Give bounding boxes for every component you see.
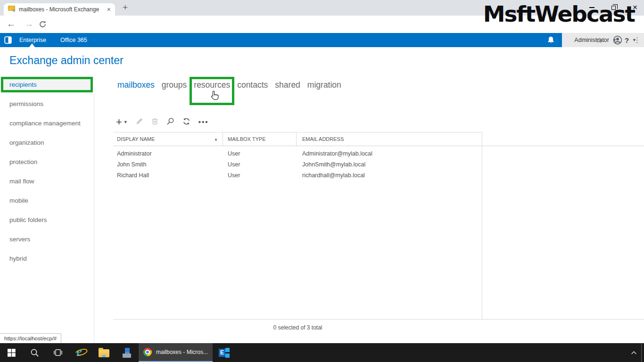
profile-avatar-icon[interactable] — [613, 35, 622, 47]
tab-close-icon[interactable]: × — [107, 6, 111, 13]
help-menu[interactable]: ? — [625, 36, 629, 44]
window-minimize-button[interactable] — [589, 7, 594, 8]
exchange-envelope-favicon — [8, 5, 16, 14]
taskbar-chrome-window[interactable]: mailboxes - Micros... — [139, 343, 213, 362]
office-logo-icon[interactable] — [4, 36, 12, 44]
tenant-tab-office365[interactable]: Office 365 — [60, 37, 87, 43]
tab-contacts[interactable]: contacts — [237, 80, 268, 90]
sidebar-item-public-folders[interactable]: public folders — [0, 210, 94, 230]
start-button-icon[interactable] — [0, 343, 23, 362]
plus-icon: + — [116, 117, 122, 127]
more-options-icon[interactable]: ••• — [198, 120, 209, 124]
user-menu[interactable]: Administrator — [574, 37, 609, 43]
bookmark-star-icon[interactable]: ☆ — [596, 36, 603, 45]
taskbar: e mailboxes - Micros... E — [0, 343, 644, 362]
column-header-mailbox-type[interactable]: MAILBOX TYPE — [223, 132, 297, 146]
tab-migration[interactable]: migration — [307, 80, 341, 90]
sidebar-divider — [94, 93, 94, 343]
sidebar-item-mail-flow[interactable]: mail flow — [0, 172, 94, 191]
page-title: Exchange admin center — [9, 54, 124, 67]
screen: mailboxes - Microsoft Exchange × + × Msf… — [0, 0, 644, 362]
chrome-menu-icon[interactable]: ⋮ — [634, 36, 641, 44]
refresh-icon[interactable] — [182, 117, 190, 127]
server-manager-icon[interactable] — [116, 343, 139, 362]
chevron-down-icon: ▼ — [124, 120, 128, 124]
tenant-tab-enterprise[interactable]: Enterprise — [19, 37, 46, 43]
column-header-email-address[interactable]: EMAIL ADDRESS — [297, 132, 482, 146]
tab-mailboxes[interactable]: mailboxes — [117, 80, 155, 90]
sidebar-item-permissions[interactable]: permissions — [0, 94, 94, 114]
new-tab-button[interactable]: + — [123, 2, 128, 13]
tab-shared[interactable]: shared — [275, 80, 300, 90]
show-hidden-icons-chevron[interactable] — [626, 343, 641, 362]
sidebar: recipients permissions compliance manage… — [0, 75, 94, 268]
browser-toolbar: ← → Not secure localhost/ecp/ ☆ ⋮ — [0, 16, 644, 33]
table-row[interactable]: John Smith User JohnSmith@mylab.local — [113, 159, 482, 170]
status-bar-link-preview: https://localhost/ecp/# — [0, 333, 61, 343]
sidebar-item-servers[interactable]: servers — [0, 230, 94, 249]
list-toolbar: + ▼ ••• — [116, 116, 209, 128]
forward-icon[interactable]: → — [25, 19, 33, 29]
sidebar-item-hybrid[interactable]: hybrid — [0, 249, 94, 268]
sidebar-item-mobile[interactable]: mobile — [0, 191, 94, 210]
back-icon[interactable]: ← — [7, 19, 16, 29]
sidebar-item-compliance-management[interactable]: compliance management — [0, 114, 94, 133]
delete-icon[interactable] — [151, 117, 158, 127]
table-header-divider — [113, 146, 644, 146]
table-header: DISPLAY NAME ▲ MAILBOX TYPE EMAIL ADDRES… — [113, 132, 482, 146]
selection-status: 0 selected of 3 total — [113, 324, 482, 331]
task-view-icon[interactable] — [46, 343, 69, 362]
edit-icon[interactable] — [136, 117, 143, 127]
reload-icon[interactable] — [39, 20, 47, 30]
browser-titlebar: mailboxes - Microsoft Exchange × + × — [0, 0, 644, 16]
sidebar-item-protection[interactable]: protection — [0, 152, 94, 172]
window-close-button[interactable]: × — [633, 5, 637, 10]
browser-tab[interactable]: mailboxes - Microsoft Exchange × — [4, 3, 115, 16]
mailbox-list: Administrator User Administrator@mylab.l… — [113, 148, 482, 181]
sidebar-item-recipients[interactable]: recipients — [1, 77, 93, 92]
exchange-app-icon[interactable]: E — [213, 343, 236, 362]
hand-cursor-icon — [210, 90, 220, 104]
sidebar-item-organization[interactable]: organization — [0, 133, 94, 152]
recipients-tabs: mailboxes groups resources contacts shar… — [117, 80, 341, 90]
eac-topbar: Enterprise Office 365 — [0, 33, 562, 47]
table-row[interactable]: Richard Hall User richardhall@mylab.loca… — [113, 170, 482, 181]
column-header-display-name[interactable]: DISPLAY NAME ▲ — [113, 132, 223, 146]
selected-tenant-notch — [29, 43, 35, 47]
window-restore-button[interactable] — [611, 6, 616, 10]
tab-groups[interactable]: groups — [162, 80, 187, 90]
taskbar-search-icon[interactable] — [23, 343, 46, 362]
internet-explorer-icon[interactable]: e — [69, 343, 92, 362]
show-desktop-button[interactable] — [641, 343, 644, 362]
tab-title: mailboxes - Microsoft Exchange — [19, 6, 104, 13]
table-row[interactable]: Administrator User Administrator@mylab.l… — [113, 148, 482, 159]
tab-resources[interactable]: resources — [194, 80, 230, 90]
chrome-icon — [143, 348, 152, 356]
eac-user-area: Administrator ▼ ? ▼ — [562, 33, 644, 47]
notifications-bell-icon[interactable] — [547, 36, 555, 46]
search-icon[interactable] — [166, 117, 174, 127]
taskbar-window-title: mailboxes - Micros... — [156, 349, 208, 355]
sort-ascending-icon: ▲ — [214, 137, 218, 141]
add-new-button[interactable]: + ▼ — [116, 117, 128, 127]
file-explorer-icon[interactable] — [92, 343, 116, 362]
list-footer-divider — [113, 319, 644, 320]
